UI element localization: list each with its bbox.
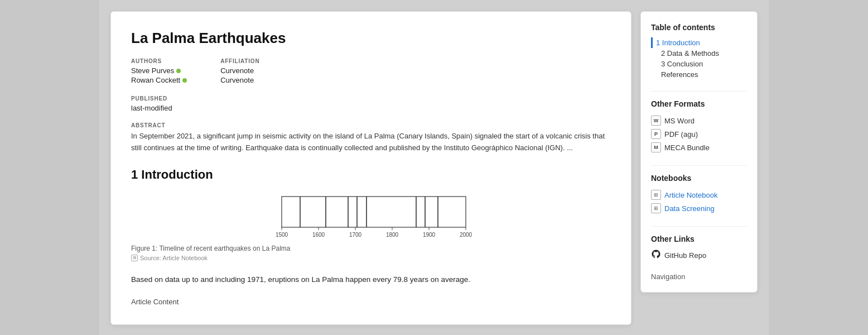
notebook-screening-icon: ⊞ [651,203,661,213]
formats-title: Other Formats [651,99,747,108]
github-repo-link[interactable]: GitHub Repo [651,249,747,261]
pdf-icon: P [651,129,661,139]
abstract-label: ABSTRACT [131,122,611,128]
format-meca[interactable]: M MECA Bundle [651,141,747,154]
author-2: Rowan Cockett [131,76,187,84]
author-1: Steve Purves [131,66,187,75]
main-content-card: La Palma Earthquakes AUTHORS Steve Purve… [110,11,631,325]
abstract-section: ABSTRACT In September 2021, a significan… [131,122,611,154]
author-1-online-dot [176,69,181,73]
meca-icon: M [651,142,661,152]
notebooks-list: ⊞ Article Notebook ⊞ Data Screening [651,188,747,215]
figure-caption: Figure 1: Timeline of recent earthquakes… [131,245,291,252]
notebook-article-icon: ⊞ [651,190,661,200]
timeline-chart: 1500 1600 1700 1800 1900 2000 [265,191,477,241]
svg-text:1800: 1800 [386,232,399,238]
svg-text:1600: 1600 [312,232,325,238]
affiliation-col: AFFILIATION Curvenote Curvenote [220,58,259,85]
svg-text:1500: 1500 [276,232,288,238]
word-icon: W [651,116,661,126]
notebook-data-screening[interactable]: ⊞ Data Screening [651,202,747,215]
toc-item-data-methods[interactable]: 2 Data & Methods [651,48,747,59]
figure-container: 1500 1600 1700 1800 1900 2000 Figure 1: … [131,191,611,269]
sidebar-divider-2 [651,165,747,166]
toc-item-conclusion[interactable]: 3 Conclusion [651,59,747,69]
sidebar-divider-1 [651,91,747,92]
source-icon: ⊞ [131,255,138,261]
sidebar-card: Table of contents 1 Introduction 2 Data … [640,11,758,293]
toc-item-references[interactable]: References [651,69,747,80]
authors-col: AUTHORS Steve Purves Rowan Cockett [131,58,187,85]
meta-row: AUTHORS Steve Purves Rowan Cockett AFFIL… [131,58,611,85]
navigation-label: Navigation [651,272,747,281]
svg-text:1900: 1900 [423,232,436,238]
affiliation-label: AFFILIATION [220,58,259,64]
author-2-online-dot [182,78,187,83]
format-word[interactable]: W MS Word [651,114,747,127]
toc-item-introduction[interactable]: 1 Introduction [651,37,747,48]
svg-text:1700: 1700 [349,232,362,238]
toc-title: Table of contents [651,23,747,32]
published-label: PUBLISHED [131,95,611,102]
affiliation-2: Curvenote [220,76,259,84]
article-content-label: Article Content [131,298,179,306]
svg-text:2000: 2000 [460,232,472,238]
intro-heading: 1 Introduction [131,168,611,182]
abstract-text: In September 2021, a significant jump in… [131,131,611,154]
article-title: La Palma Earthquakes [131,30,611,47]
formats-list: W MS Word P PDF (agu) M MECA Bundle [651,114,747,154]
sidebar-divider-3 [651,226,747,227]
intro-text: Based on data up to and including 1971, … [131,274,611,286]
affiliation-1: Curvenote [220,66,259,75]
other-links-title: Other Links [651,234,747,243]
format-pdf[interactable]: P PDF (agu) [651,127,747,141]
figure-source: ⊞ Source: Article Notebook [131,255,208,261]
authors-label: AUTHORS [131,58,187,64]
github-icon [651,249,661,261]
notebook-article[interactable]: ⊞ Article Notebook [651,188,747,202]
published-value: last-modified [131,104,611,112]
published-section: PUBLISHED last-modified [131,95,611,112]
notebooks-title: Notebooks [651,174,747,183]
toc-list: 1 Introduction 2 Data & Methods 3 Conclu… [651,37,747,80]
